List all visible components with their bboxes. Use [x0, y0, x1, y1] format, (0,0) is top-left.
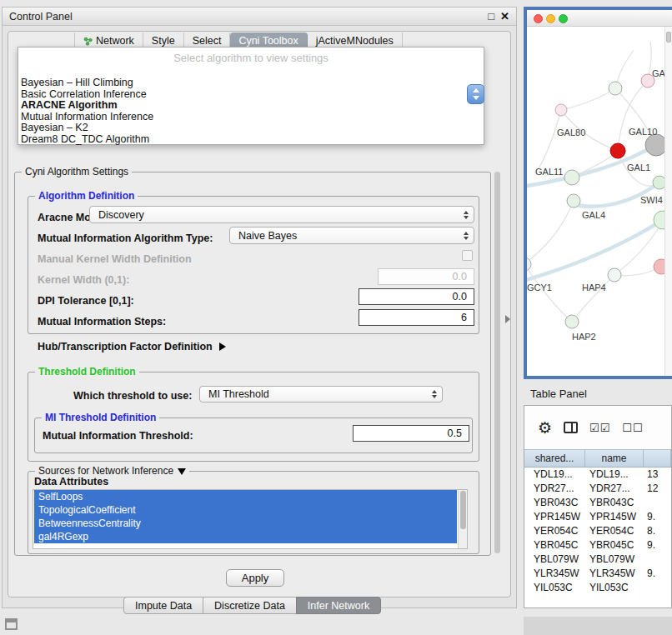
node-label: GAL1 — [627, 162, 650, 172]
which-threshold-select[interactable]: MI Threshold — [199, 386, 443, 402]
expand-right-icon — [219, 342, 226, 351]
table-row[interactable]: YBR043CYBR043C — [524, 496, 671, 510]
table-panel-window: ⚙ ☑☑ ☐☐ shared... name YDL19...YDL19...1… — [524, 405, 672, 608]
network-window-titlebar[interactable] — [527, 10, 672, 27]
tab-infer-network[interactable]: Infer Network — [296, 597, 381, 614]
dpi-tolerance-field[interactable]: 0.0 — [359, 288, 474, 305]
network-node[interactable] — [609, 82, 622, 95]
columns-icon[interactable] — [564, 422, 578, 433]
combo-arrows-icon[interactable] — [467, 84, 484, 104]
attribute-list-item[interactable]: SelfLoops — [34, 490, 457, 503]
float-window-icon[interactable]: □ — [488, 10, 494, 22]
apply-button[interactable]: Apply — [226, 569, 284, 587]
mi-type-select[interactable]: Naive Bayes — [229, 227, 474, 244]
attribute-list-item[interactable]: BetweennessCentrality — [34, 517, 457, 530]
network-node[interactable] — [608, 268, 621, 282]
aracne-mode-select[interactable]: Discovery — [89, 206, 474, 223]
algorithm-option[interactable]: Bayesian – K2 — [18, 122, 484, 134]
mac-close-icon[interactable] — [534, 14, 543, 23]
column-header-extra[interactable] — [644, 450, 671, 467]
network-tab-icon — [83, 37, 93, 46]
tab-discretize-data[interactable]: Discretize Data — [203, 597, 297, 614]
network-scrollbar[interactable] — [664, 27, 672, 376]
mi-type-label: Mutual Information Algorithm Type: — [38, 232, 213, 245]
table-cell: 9. — [644, 510, 671, 524]
network-view-window: GALGAL80GAL10GAL11GAL1SWI4GAL4GCY1HAP4YH… — [524, 7, 672, 379]
table-cell: 9. — [644, 567, 671, 581]
algorithm-dropdown-placeholder: Select algorithm to view settings — [18, 52, 484, 64]
mi-steps-label: Mutual Information Steps: — [38, 315, 166, 328]
tab-label: Style — [152, 35, 175, 47]
table-cell: YIL053C — [524, 581, 585, 595]
network-node[interactable] — [565, 315, 579, 328]
close-icon[interactable]: ✕ — [500, 10, 509, 22]
table-cell: YDR27... — [585, 482, 644, 496]
table-cell: 12 — [644, 482, 671, 496]
panel-dock-icon[interactable] — [5, 618, 18, 630]
attribute-list-item[interactable]: gal4RGexp — [34, 530, 457, 543]
network-node[interactable] — [567, 194, 580, 208]
chevron-updown-icon — [464, 211, 469, 219]
mi-threshold-field[interactable]: 0.5 — [353, 425, 469, 442]
tab-label: Cyni Toolbox — [238, 35, 298, 47]
algorithm-option[interactable]: Dream8 DC_TDC Algorithm — [18, 134, 484, 146]
settings-scrollbar[interactable] — [494, 172, 500, 553]
node-label: HAP2 — [572, 332, 596, 342]
chevron-updown-icon — [464, 232, 469, 240]
network-node[interactable] — [564, 170, 579, 185]
node-label: GAL80 — [557, 128, 585, 138]
manual-kernel-label: Manual Kernel Width Definition — [38, 252, 192, 266]
mi-steps-field[interactable]: 6 — [359, 309, 474, 326]
data-attributes-list[interactable]: SelfLoopsTopologicalCoefficientBetweenne… — [33, 489, 468, 549]
algorithm-option[interactable]: Mutual Information Inference — [18, 112, 484, 123]
group-title: Cyni Algorithm Settings — [22, 166, 132, 178]
table-row[interactable]: YIL053CYIL053C — [524, 581, 671, 595]
aracne-mode-value: Discovery — [98, 209, 144, 221]
table-cell — [644, 581, 671, 595]
table-cell: 13 — [644, 468, 671, 482]
manual-kernel-checkbox[interactable] — [462, 250, 473, 261]
table-header: shared... name — [524, 449, 671, 468]
table-cell: YLR345W — [585, 567, 644, 581]
column-header-name[interactable]: name — [585, 450, 644, 467]
table-row[interactable]: YPR145WYPR145W9. — [524, 510, 671, 524]
group-title: Threshold Definition — [35, 366, 139, 378]
network-canvas[interactable]: GALGAL80GAL10GAL11GAL1SWI4GAL4GCY1HAP4YH… — [527, 27, 672, 376]
table-cell: YDL19... — [524, 468, 585, 482]
network-node[interactable] — [610, 143, 625, 158]
table-row[interactable]: YBR045CYBR045C9. — [524, 538, 671, 552]
table-row[interactable]: YDR27...YDR27...12 — [524, 482, 671, 496]
group-title: Algorithm Definition — [35, 190, 138, 202]
tab-label: jActiveMNodules — [316, 35, 394, 47]
table-cell: YBL079W — [524, 552, 585, 567]
table-row[interactable]: YLR345WYLR345W9. — [524, 567, 671, 581]
table-row[interactable]: YER054CYER054C8. — [524, 524, 671, 538]
attribute-list-item[interactable]: TopologicalCoefficient — [34, 503, 457, 517]
algorithm-option[interactable]: ARACNE Algorithm — [18, 100, 484, 112]
window-titlebar[interactable]: Control Panel □ ✕ — [3, 8, 516, 26]
node-label: GAL10 — [629, 127, 657, 137]
algorithm-option[interactable]: Bayesian – Hill Climbing — [18, 78, 484, 89]
bottom-tabs: Impute Data Discretize Data Infer Networ… — [123, 597, 381, 614]
scrollbar-thumb[interactable] — [666, 32, 671, 42]
select-all-icon[interactable]: ☑☑ — [589, 422, 610, 434]
hub-definition-toggle[interactable]: Hub/Transcription Factor Definition — [38, 340, 226, 353]
node-label: GAL4 — [582, 210, 605, 220]
deselect-all-icon[interactable]: ☐☐ — [622, 422, 643, 434]
table-row[interactable]: YBL079WYBL079W — [524, 552, 671, 567]
table-cell: YBR045C — [524, 538, 585, 552]
mac-zoom-icon[interactable] — [559, 14, 568, 23]
table-row[interactable]: YDL19...YDL19...13 — [524, 468, 671, 482]
panel-sash-arrow-icon[interactable] — [505, 315, 510, 323]
mac-minimize-icon[interactable] — [546, 14, 555, 23]
table-cell: YER054C — [524, 524, 585, 538]
algorithm-option[interactable]: Basic Correlation Inference — [18, 89, 484, 101]
gear-icon[interactable]: ⚙ — [538, 420, 552, 436]
column-header-shared[interactable]: shared... — [524, 450, 585, 467]
which-threshold-label: Which threshold to use: — [73, 389, 192, 402]
network-node[interactable] — [555, 104, 567, 116]
attributes-scrollbar[interactable] — [458, 490, 467, 548]
scrollbar-thumb[interactable] — [460, 491, 466, 529]
which-threshold-value: MI Threshold — [208, 388, 269, 400]
tab-impute-data[interactable]: Impute Data — [123, 597, 203, 614]
